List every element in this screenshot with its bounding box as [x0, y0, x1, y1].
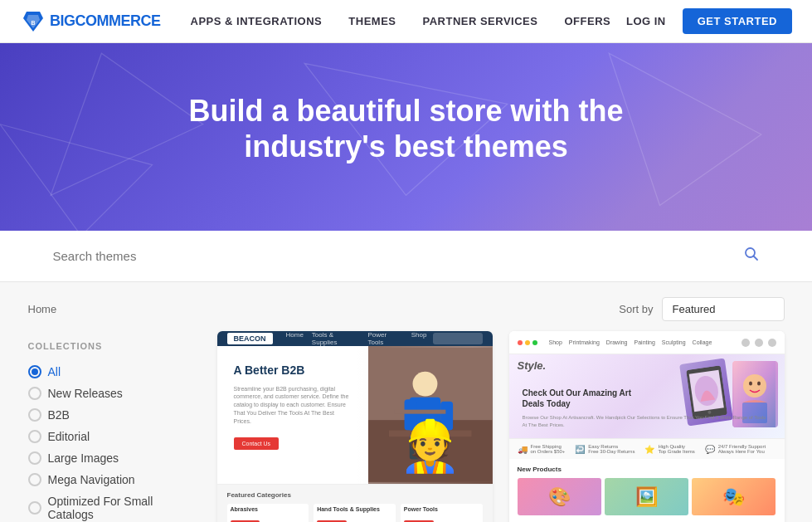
- svg-text:B: B: [31, 20, 35, 26]
- sidebar-item-editorial-label: Editorial: [48, 430, 90, 443]
- svg-rect-9: [405, 400, 417, 431]
- sidebar-item-new-releases[interactable]: New Releases: [28, 383, 194, 404]
- radio-small-catalogs: [28, 501, 41, 515]
- radio-all: [28, 365, 41, 378]
- radio-large-images: [28, 451, 41, 465]
- beacon-logo: BEACON: [227, 333, 273, 344]
- sidebar-item-all-label: All: [48, 365, 61, 378]
- hero-section: Build a beautiful store with the industr…: [0, 43, 812, 231]
- sidebar-item-large-images-label: Large Images: [48, 451, 119, 465]
- nav-link-themes[interactable]: THEMES: [348, 15, 396, 27]
- svg-rect-13: [389, 431, 472, 437]
- search-section: [0, 231, 812, 282]
- radio-b2b: [28, 408, 41, 422]
- sidebar-item-b2b-label: B2B: [48, 408, 70, 422]
- beacon-categories: Featured Categories Abrasives Shop Now 🔧…: [217, 484, 493, 522]
- sidebar-item-mega-nav[interactable]: Mega Navigation: [28, 469, 194, 490]
- beacon-bold-image: BEACON Home Tools & Supplies Power Tools…: [217, 331, 493, 522]
- breadcrumb-sort-bar: Home Sort by Featured Newest Price: Low …: [8, 282, 805, 331]
- logo[interactable]: B BIGCOMMERCE: [20, 8, 161, 35]
- beacon-nav: Home Tools & Supplies Power Tools Shop: [286, 331, 427, 346]
- breadcrumb[interactable]: Home: [28, 303, 57, 315]
- sidebar: COLLECTIONS All New Releases B2B Editori…: [28, 331, 194, 522]
- theme-card-beacon-bold[interactable]: BEACON Home Tools & Supplies Power Tools…: [217, 331, 493, 522]
- svg-point-22: [757, 382, 761, 386]
- beacon-hero-image: [368, 346, 492, 484]
- svg-rect-14: [394, 410, 445, 414]
- nav-links: APPS & INTEGRATIONS THEMES PARTNER SERVI…: [191, 15, 626, 27]
- style-topbar: Shop Printmaking Drawing Painting Sculpt…: [509, 331, 785, 354]
- sidebar-item-small-catalogs-label: Optimized For Small Catalogs: [48, 495, 194, 521]
- beacon-topbar: BEACON Home Tools & Supplies Power Tools…: [217, 331, 493, 346]
- svg-rect-11: [410, 439, 422, 460]
- svg-rect-12: [426, 439, 439, 460]
- nav-link-partner[interactable]: PARTNER SERVICES: [422, 15, 537, 27]
- style-art-image: Shop Printmaking Drawing Painting Sculpt…: [509, 331, 785, 522]
- nav-link-apps[interactable]: APPS & INTEGRATIONS: [191, 15, 323, 27]
- radio-mega-nav: [28, 473, 41, 486]
- bigcommerce-logo-icon: B: [20, 8, 46, 35]
- search-icon[interactable]: [743, 246, 760, 266]
- search-input[interactable]: [53, 249, 743, 263]
- sidebar-item-new-releases-label: New Releases: [48, 387, 123, 400]
- theme-card-style-art[interactable]: Shop Printmaking Drawing Painting Sculpt…: [509, 331, 785, 522]
- sidebar-item-all[interactable]: All: [28, 361, 194, 383]
- nav-actions: LOG IN GET STARTED: [626, 8, 792, 34]
- svg-rect-6: [368, 421, 492, 483]
- svg-point-21: [749, 382, 752, 386]
- navbar: B BIGCOMMERCE APPS & INTEGRATIONS THEMES…: [0, 0, 812, 43]
- sort-area: Sort by Featured Newest Price: Low to Hi…: [619, 297, 784, 321]
- get-started-button[interactable]: GET STARTED: [683, 8, 792, 34]
- nav-link-offers[interactable]: OFFERS: [564, 15, 610, 27]
- radio-editorial: [28, 430, 41, 443]
- sort-select[interactable]: Featured Newest Price: Low to High Price…: [662, 297, 785, 321]
- logo-text: BIGCOMMERCE: [50, 12, 161, 30]
- search-bar: [33, 231, 780, 281]
- style-products: New Products 🎨 🖼️ 🎭: [509, 459, 785, 522]
- style-hero: Style. Check Out Our Amazing ArtDeals To…: [509, 354, 785, 438]
- login-button[interactable]: LOG IN: [626, 15, 666, 27]
- svg-point-7: [413, 372, 438, 397]
- style-features: 🚚 Free Shippingon Orders $50+ ↩️ Easy Re…: [509, 438, 785, 459]
- sidebar-item-b2b[interactable]: B2B: [28, 404, 194, 426]
- hero-title: Build a beautiful store with the industr…: [116, 93, 697, 164]
- svg-rect-10: [440, 402, 453, 431]
- svg-line-4: [753, 256, 757, 261]
- sort-label: Sort by: [619, 303, 653, 315]
- sidebar-item-editorial[interactable]: Editorial: [28, 426, 194, 447]
- sidebar-item-small-catalogs[interactable]: Optimized For Small Catalogs: [28, 490, 194, 522]
- sidebar-item-large-images[interactable]: Large Images: [28, 447, 194, 469]
- sidebar-item-mega-nav-label: Mega Navigation: [48, 473, 135, 486]
- beacon-hero: A Better B2B Streamline your B2B purchas…: [217, 346, 493, 484]
- cards-grid: BEACON Home Tools & Supplies Power Tools…: [217, 331, 785, 522]
- radio-new-releases: [28, 387, 41, 400]
- main-layout: COLLECTIONS All New Releases B2B Editori…: [8, 331, 805, 522]
- collections-title: COLLECTIONS: [28, 341, 194, 351]
